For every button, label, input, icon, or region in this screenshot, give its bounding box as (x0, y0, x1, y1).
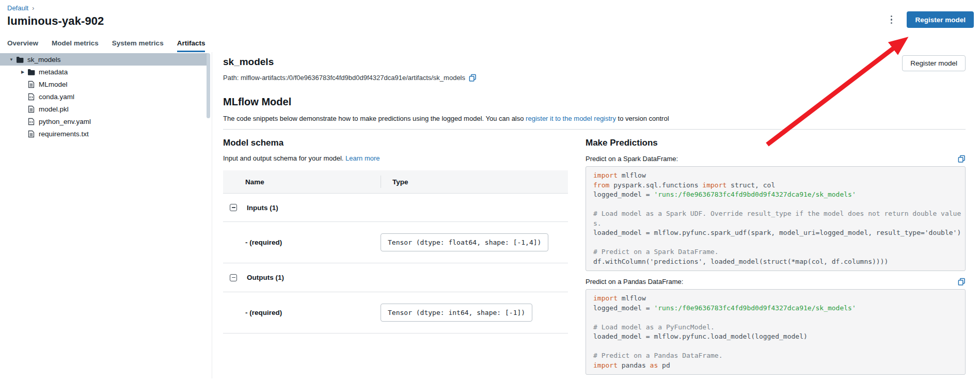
code-line: import mlflow (593, 294, 963, 304)
spark-snippet-label: Predict on a Spark DataFrame: (586, 155, 678, 163)
caret-right-icon[interactable]: ▶ (19, 70, 27, 74)
model-schema-subtitle-text: Input and output schema for your model. (223, 154, 345, 162)
code-line: logged_model = 'runs:/f0e9636783fc4fd9bd… (593, 304, 963, 313)
schema-row-name: - (required) (223, 309, 381, 316)
code-line: # Predict on a Pandas DataFrame. (593, 351, 963, 361)
code-line: logged_model = 'runs:/f0e9636783fc4fd9bd… (593, 190, 963, 200)
spark-snippet-header: Predict on a Spark DataFrame: (586, 155, 966, 163)
tree-item-label: metadata (39, 68, 68, 76)
schema-row-type: Tensor (dtype: int64, shape: [-1]) (381, 304, 568, 322)
breadcrumb-separator: › (32, 5, 34, 12)
pandas-snippet-label: Predict on a Pandas DataFrame: (586, 278, 683, 285)
artifact-file-tree: ▼sk_models▶metadataMLmodelconda.yamlmode… (0, 52, 212, 378)
folder-icon (15, 55, 24, 64)
collapse-minus-icon[interactable] (230, 204, 237, 211)
tree-item-label: python_env.yaml (39, 118, 91, 125)
pandas-code-block: import mlflowlogged_model = 'runs:/f0e96… (586, 289, 966, 375)
tree-item-sk-models[interactable]: ▼sk_models (0, 53, 209, 66)
schema-row: - (required)Tensor (dtype: int64, shape:… (223, 292, 568, 334)
mlflow-model-description: The code snippets below demonstrate how … (223, 115, 966, 122)
code-line: # Predict on a Spark DataFrame. (593, 247, 963, 257)
model-schema-section: Model schema Input and output schema for… (223, 130, 568, 334)
tree-item-label: requirements.txt (39, 130, 89, 138)
tree-item-conda-yaml[interactable]: conda.yaml (0, 90, 209, 103)
model-schema-table: Name Type Inputs (1)- (required)Tensor (… (223, 170, 568, 334)
code-line: df.withColumn('predictions', loaded_mode… (593, 257, 963, 267)
run-header: Default› luminous-yak-902 Register model (0, 0, 980, 28)
schema-group-outputs-1: Outputs (1) (223, 263, 568, 292)
tree-item-metadata[interactable]: ▶metadata (0, 66, 209, 78)
model-registry-link[interactable]: register it to the model registry (526, 115, 616, 122)
schema-table-header: Name Type (223, 170, 568, 193)
schema-row: - (required)Tensor (dtype: float64, shap… (223, 222, 568, 263)
code-line (593, 342, 963, 352)
copy-spark-code-icon[interactable] (958, 155, 966, 163)
schema-row-name: - (required) (223, 239, 381, 246)
artifact-path: Path: mlflow-artifacts:/0/f0e9636783fc4f… (223, 74, 465, 82)
make-predictions-title: Make Predictions (586, 138, 966, 148)
code-line: # Load model as a PyFuncModel. (593, 323, 963, 332)
run-tabs: OverviewModel metricsSystem metricsArtif… (0, 39, 980, 52)
file-icon (27, 105, 35, 113)
code-line: from pyspark.sql.functions import struct… (593, 181, 963, 190)
model-schema-subtitle: Input and output schema for your model. … (223, 154, 568, 162)
artifact-path-row: Path: mlflow-artifacts:/0/f0e9636783fc4f… (223, 74, 966, 82)
code-line (593, 200, 963, 210)
tab-system-metrics[interactable]: System metrics (112, 39, 164, 52)
model-schema-title: Model schema (223, 138, 568, 148)
code-line: # Load model as a Spark UDF. Override re… (593, 209, 963, 228)
collapse-minus-icon[interactable] (230, 274, 237, 281)
learn-more-link[interactable]: Learn more (345, 154, 380, 162)
schema-group-inputs-1: Inputs (1) (223, 193, 568, 222)
code-line (593, 238, 963, 248)
file-icon (27, 117, 35, 125)
register-model-button-primary[interactable]: Register model (907, 11, 974, 28)
tree-scrollbar-thumb[interactable] (207, 53, 210, 118)
tab-model-metrics[interactable]: Model metrics (52, 39, 99, 52)
pandas-snippet-header: Predict on a Pandas DataFrame: (586, 278, 966, 285)
code-line: loaded_model = mlflow.pyfunc.load_model(… (593, 332, 963, 342)
folder-icon (27, 68, 35, 76)
description-text: to version control (616, 115, 669, 122)
schema-group-label: Inputs (1) (247, 204, 278, 212)
breadcrumb-experiment-link[interactable]: Default (7, 4, 28, 12)
tab-artifacts[interactable]: Artifacts (177, 39, 206, 52)
tensor-type-chip: Tensor (dtype: int64, shape: [-1]) (381, 304, 532, 322)
tree-item-python-env-yaml[interactable]: python_env.yaml (0, 115, 209, 128)
tree-item-model-pkl[interactable]: model.pkl (0, 103, 209, 115)
file-icon (27, 130, 35, 138)
tree-item-label: conda.yaml (39, 93, 74, 101)
register-model-button-secondary[interactable]: Register model (902, 55, 966, 71)
caret-down-icon[interactable]: ▼ (7, 57, 15, 62)
schema-column-type: Type (381, 176, 568, 188)
file-icon (27, 92, 35, 101)
artifact-title: sk_models (223, 56, 966, 68)
schema-group-label: Outputs (1) (247, 274, 284, 281)
tree-item-requirements-txt[interactable]: requirements.txt (0, 128, 209, 140)
make-predictions-section: Make Predictions Predict on a Spark Data… (586, 130, 966, 375)
header-actions: Register model (887, 11, 974, 28)
artifacts-content: ▼sk_models▶metadataMLmodelconda.yamlmode… (0, 52, 980, 378)
code-line: loaded_model = mlflow.pyfunc.spark_udf(s… (593, 228, 963, 238)
tab-overview[interactable]: Overview (7, 39, 38, 52)
tree-item-mlmodel[interactable]: MLmodel (0, 78, 209, 90)
schema-column-name: Name (223, 178, 381, 186)
tree-item-label: model.pkl (39, 105, 69, 113)
page-title: luminous-yak-902 (7, 14, 973, 28)
tensor-type-chip: Tensor (dtype: float64, shape: [-1,4]) (381, 233, 548, 251)
description-text: The code snippets below demonstrate how … (223, 115, 526, 122)
spark-code-block: import mlflowfrom pyspark.sql.functions … (586, 166, 966, 271)
schema-row-type: Tensor (dtype: float64, shape: [-1,4]) (381, 233, 568, 251)
mlflow-model-header: MLflow Model (223, 96, 966, 108)
code-line: import mlflow (593, 171, 963, 181)
code-line: import pandas as pd (593, 361, 963, 371)
tree-item-label: sk_models (27, 56, 61, 64)
tree-item-label: MLmodel (39, 81, 68, 88)
file-icon (27, 80, 35, 88)
artifact-detail-pane: Register model sk_models Path: mlflow-ar… (212, 52, 980, 378)
breadcrumb: Default› (7, 4, 973, 12)
code-line (593, 313, 963, 323)
overflow-menu-icon[interactable] (887, 12, 897, 27)
copy-pandas-code-icon[interactable] (958, 278, 966, 285)
copy-path-icon[interactable] (469, 74, 477, 82)
